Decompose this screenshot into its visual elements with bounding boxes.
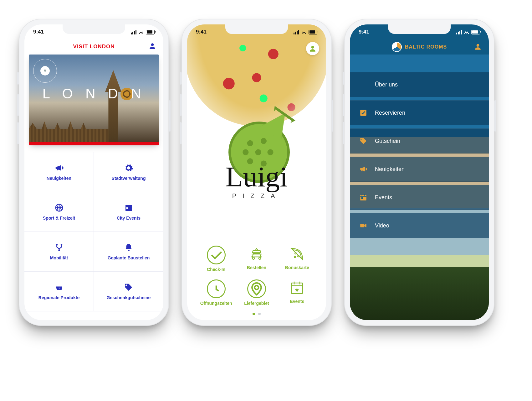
- tile-regionale-produkte[interactable]: Regionale Produkte: [24, 272, 94, 311]
- tile-label: Check-In: [207, 267, 225, 272]
- phone-baltic-rooms: 9:41 BALTIC ROOMS: [344, 19, 494, 326]
- app-title: BALTIC ROOMS: [405, 44, 447, 50]
- tile-oeffnungszeiten[interactable]: Öffnungszeiten: [196, 279, 236, 306]
- svg-point-8: [311, 46, 314, 49]
- tile-gutscheine[interactable]: Geschenkgutscheine: [94, 272, 163, 311]
- menu-label: Gutschein: [375, 138, 400, 144]
- tile-bestellen[interactable]: Bestellen: [236, 246, 277, 272]
- tile-mobilitaet[interactable]: Mobilität: [24, 232, 94, 272]
- tag-icon: [124, 283, 133, 292]
- love-london-badge: ♥: [33, 59, 57, 83]
- menu-item-reservieren[interactable]: Reservieren: [350, 100, 489, 125]
- menu-label: Video: [375, 222, 389, 229]
- menu-label: Reservieren: [375, 110, 405, 116]
- svg-point-9: [252, 257, 254, 259]
- dot-active: [253, 313, 255, 315]
- tile-label: Geschenkgutscheine: [107, 295, 151, 300]
- svg-point-13: [294, 256, 296, 258]
- clock-icon: [207, 279, 226, 298]
- signal-icon: [456, 30, 462, 34]
- app-header: BALTIC ROOMS: [350, 39, 489, 55]
- tile-neuigkeiten[interactable]: Neuigkeiten: [24, 152, 94, 192]
- app-header: VISIT LONDON: [24, 39, 163, 54]
- tile-label: Neuigkeiten: [47, 176, 71, 181]
- svg-point-6: [58, 249, 60, 251]
- checkbox-icon: [359, 109, 367, 117]
- battery-icon: [471, 30, 480, 34]
- svg-point-12: [298, 256, 299, 257]
- tile-baustellen[interactable]: Geplante Baustellen: [94, 232, 163, 272]
- wifi-icon: [301, 30, 307, 34]
- status-time: 9:41: [359, 29, 369, 35]
- svg-point-16: [477, 44, 479, 47]
- menu-item-uber-uns[interactable]: Über uns: [350, 72, 489, 97]
- menu-item-gutschein[interactable]: Gutschein: [350, 128, 489, 154]
- status-time: 9:41: [33, 29, 44, 35]
- tile-grid: Neuigkeiten Stadtverwaltung Sport & Frei…: [24, 152, 163, 311]
- battery-icon: [309, 30, 317, 34]
- page-dots[interactable]: [187, 313, 326, 315]
- app-title: VISIT LONDON: [73, 44, 115, 50]
- check-icon: [207, 246, 226, 264]
- user-icon: [474, 43, 482, 51]
- pizza-slice-icon: [289, 246, 305, 263]
- signal-icon: [294, 30, 299, 34]
- phone-notch: [225, 24, 288, 34]
- tag-icon: [359, 137, 367, 145]
- menu-item-neuigkeiten[interactable]: Neuigkeiten: [350, 157, 489, 182]
- menu-label: Neuigkeiten: [375, 166, 405, 173]
- tile-label: Bonuskarte: [285, 265, 309, 270]
- tile-events[interactable]: Events: [277, 279, 317, 306]
- hero-image[interactable]: ♥ L O N DN: [29, 55, 159, 145]
- tile-liefergebiet[interactable]: Liefergebiet: [236, 279, 277, 306]
- app-logo: BALTIC ROOMS: [392, 42, 447, 52]
- status-time: 9:41: [196, 29, 207, 35]
- profile-button[interactable]: [148, 42, 156, 51]
- svg-rect-18: [360, 195, 366, 200]
- svg-point-5: [60, 244, 62, 246]
- tile-city-events[interactable]: City Events: [94, 192, 163, 232]
- calendar-icon: [124, 203, 133, 212]
- tile-label: Stadtverwaltung: [112, 176, 146, 181]
- tile-bonuskarte[interactable]: Bonuskarte: [277, 246, 317, 272]
- menu-list: Über uns Reservieren Gutschein Neuigkeit…: [350, 72, 489, 238]
- profile-button[interactable]: [474, 43, 482, 52]
- user-icon: [148, 42, 156, 50]
- menu-item-video[interactable]: Video: [350, 213, 489, 238]
- heart-icon: ♥: [40, 66, 50, 76]
- lines-icon: [359, 81, 367, 89]
- tile-label: City Events: [117, 216, 141, 221]
- basketball-icon: [54, 203, 64, 212]
- logo-mark-icon: [392, 42, 402, 52]
- phone-notch: [63, 24, 125, 34]
- wifi-icon: [464, 30, 469, 34]
- palace-silhouette: [29, 112, 159, 142]
- megaphone-icon: [54, 163, 64, 173]
- svg-point-4: [56, 244, 58, 246]
- mockup-stage: 9:41 VISIT LONDON ♥: [0, 0, 532, 401]
- pin-icon: [247, 279, 266, 298]
- gear-icon: [124, 163, 133, 173]
- fork-icon: [54, 243, 64, 252]
- user-icon: [309, 44, 317, 53]
- brand-name: Luigi: [187, 162, 326, 191]
- profile-button[interactable]: [306, 42, 319, 55]
- menu-item-events[interactable]: Events: [350, 185, 489, 210]
- car-icon: [248, 246, 265, 263]
- tile-stadtverwaltung[interactable]: Stadtverwaltung: [94, 152, 163, 192]
- menu-label: Über uns: [375, 81, 398, 88]
- phone-visit-london: 9:41 VISIT LONDON ♥: [19, 19, 169, 326]
- dot: [258, 313, 261, 315]
- tile-sport-freizeit[interactable]: Sport & Freizeit: [24, 192, 94, 232]
- tile-check-in[interactable]: Check-In: [196, 246, 236, 272]
- basket-icon: [54, 283, 64, 292]
- tile-label: Bestellen: [247, 265, 266, 270]
- tile-label: Events: [290, 299, 304, 304]
- svg-point-7: [59, 288, 59, 289]
- tile-label: Geplante Baustellen: [108, 255, 150, 260]
- megaphone-icon: [359, 165, 367, 173]
- tile-label: Sport & Freizeit: [43, 216, 75, 221]
- svg-point-11: [295, 253, 297, 254]
- battery-icon: [146, 30, 155, 34]
- tile-label: Öffnungszeiten: [200, 301, 232, 306]
